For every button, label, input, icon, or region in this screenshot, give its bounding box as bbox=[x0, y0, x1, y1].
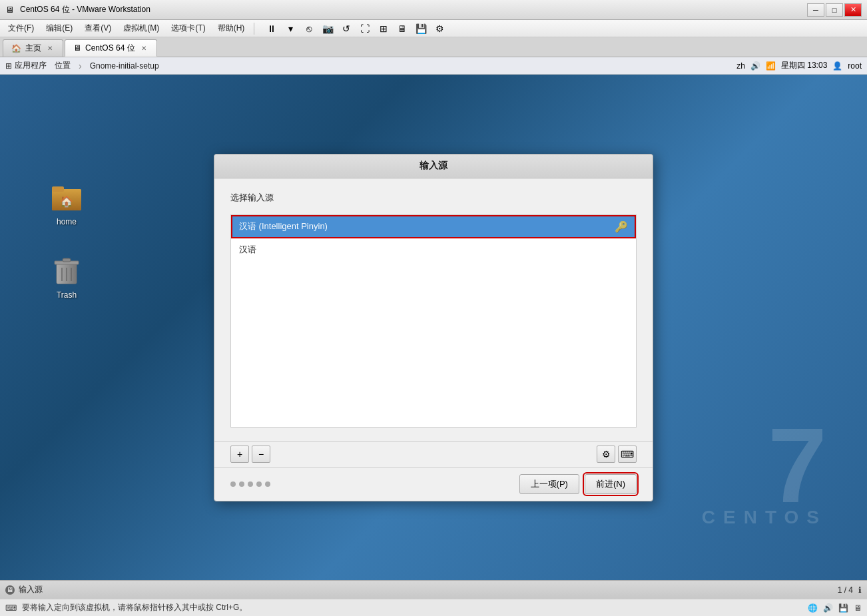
status-bar: 🖥 输入源 1 / 4 ℹ bbox=[0, 580, 867, 599]
title-bar: 🖥 CentOS 64 位 - VMware Workstation ─ □ ✕ bbox=[0, 0, 867, 20]
network-status-icon: 🌐 bbox=[808, 603, 818, 613]
add-input-button[interactable]: + bbox=[230, 446, 249, 463]
vmware-icon: 🖥 bbox=[5, 5, 16, 15]
guest-apps[interactable]: ⊞ 应用程序 bbox=[5, 60, 47, 71]
status-left: 🖥 输入源 bbox=[5, 584, 43, 595]
guest-places[interactable]: 位置 bbox=[55, 60, 71, 71]
home-icon: 🏠 bbox=[11, 44, 21, 53]
tab-home-close[interactable]: ✕ bbox=[45, 44, 55, 53]
bottom-message: 要将输入定向到该虚拟机，请将鼠标指针移入其中或按 Ctrl+G。 bbox=[22, 602, 247, 613]
vmware-window: 🖥 CentOS 64 位 - VMware Workstation ─ □ ✕… bbox=[0, 0, 867, 616]
menu-vm[interactable]: 虚拟机(M) bbox=[118, 21, 164, 35]
menu-tab[interactable]: 选项卡(T) bbox=[166, 21, 210, 35]
bottom-bar: ⌨ 要将输入定向到该虚拟机，请将鼠标指针移入其中或按 Ctrl+G。 🌐 🔊 💾… bbox=[0, 599, 867, 616]
network-icon: 📶 bbox=[766, 61, 776, 71]
menu-view[interactable]: 查看(V) bbox=[79, 21, 117, 35]
keyboard-icon: ⌨ bbox=[5, 603, 17, 613]
tab-home-label: 主页 bbox=[25, 43, 41, 54]
bottom-bar-right: 🌐 🔊 💾 🖥 bbox=[808, 603, 862, 613]
pinyin-label: 汉语 (Intelligent Pinyin) bbox=[239, 220, 328, 232]
fullscreen[interactable]: ⛶ bbox=[357, 21, 373, 36]
dot-5 bbox=[265, 481, 270, 487]
menu-edit[interactable]: 编辑(E) bbox=[41, 21, 78, 35]
devices[interactable]: 💾 bbox=[413, 21, 429, 36]
unity[interactable]: ⊞ bbox=[376, 21, 392, 36]
send-ctrl-alt-del[interactable]: ⎋ bbox=[301, 21, 317, 36]
keyboard-button[interactable]: ⌨ bbox=[618, 446, 637, 463]
menu-bar: 文件(F) 编辑(E) 查看(V) 虚拟机(M) 选项卡(T) 帮助(H) ⏸ … bbox=[0, 20, 867, 37]
dot-2 bbox=[239, 481, 244, 487]
toolbar-right: ⚙ ⌨ bbox=[597, 446, 637, 463]
apps-label: 应用程序 bbox=[15, 60, 47, 71]
settings-button[interactable]: ⚙ bbox=[597, 446, 615, 463]
dot-4 bbox=[256, 481, 262, 487]
info-icon[interactable]: ℹ bbox=[858, 585, 862, 595]
status-label: 输入源 bbox=[19, 584, 43, 595]
pinyin-icon: 🔑 bbox=[615, 220, 628, 233]
input-source-dialog: 输入源 选择输入源 汉语 (Intelligent Pinyin) 🔑 汉语 bbox=[214, 154, 653, 501]
tab-centos[interactable]: 🖥 CentOS 64 位 ✕ bbox=[65, 39, 157, 57]
minimize-button[interactable]: ─ bbox=[807, 3, 824, 17]
apps-icon: ⊞ bbox=[5, 61, 12, 71]
pause-button[interactable]: ⏸ bbox=[264, 21, 280, 36]
user-icon: 👤 bbox=[832, 61, 842, 71]
dialog-body: 选择输入源 汉语 (Intelligent Pinyin) 🔑 汉语 bbox=[214, 178, 653, 441]
vm-icon: 🖥 bbox=[73, 43, 81, 53]
desktop: 7 CENTOS 🏠 home bbox=[0, 75, 867, 580]
menu-help[interactable]: 帮助(H) bbox=[212, 21, 250, 35]
prefs[interactable]: ⚙ bbox=[432, 21, 447, 36]
usb-icon: 💾 bbox=[838, 603, 848, 613]
places-label: 位置 bbox=[55, 60, 71, 71]
pause-dropdown[interactable]: ▾ bbox=[282, 21, 298, 36]
input-source-list: 汉语 (Intelligent Pinyin) 🔑 汉语 bbox=[230, 214, 637, 428]
page-indicator bbox=[230, 481, 270, 487]
dialog-footer: 上一项(P) 前进(N) bbox=[214, 467, 653, 501]
dialog-overlay: 输入源 选择输入源 汉语 (Intelligent Pinyin) 🔑 汉语 bbox=[0, 75, 867, 580]
username: root bbox=[848, 61, 862, 71]
display-status-icon: 🖥 bbox=[854, 603, 862, 613]
tab-bar: 🏠 主页 ✕ 🖥 CentOS 64 位 ✕ bbox=[0, 37, 867, 57]
guest-bar: ⊞ 应用程序 位置 › Gnome-initial-setup zh 🔊 📶 星… bbox=[0, 57, 867, 75]
breadcrumb-separator: › bbox=[79, 61, 82, 71]
page-count: 1 / 4 bbox=[838, 585, 853, 595]
snapshot[interactable]: 📷 bbox=[320, 21, 336, 36]
setup-label: Gnome-initial-setup bbox=[90, 61, 159, 71]
toolbar: ⏸ ▾ ⎋ 📷 ↺ ⛶ ⊞ 🖥 💾 ⚙ bbox=[264, 21, 447, 36]
status-right: 1 / 4 ℹ bbox=[838, 585, 862, 595]
close-button[interactable]: ✕ bbox=[844, 3, 862, 17]
guest-bar-right: zh 🔊 📶 星期四 13:03 👤 root bbox=[736, 60, 862, 71]
language-indicator: zh bbox=[736, 61, 745, 71]
dot-3 bbox=[248, 481, 253, 487]
menu-separator bbox=[254, 23, 254, 35]
dialog-title-bar: 输入源 bbox=[214, 154, 653, 178]
dialog-toolbar: + − ⚙ ⌨ bbox=[214, 441, 653, 467]
tab-centos-close[interactable]: ✕ bbox=[139, 43, 148, 53]
dialog-title: 输入源 bbox=[420, 160, 447, 172]
window-title: CentOS 64 位 - VMware Workstation bbox=[20, 4, 807, 15]
window-controls: ─ □ ✕ bbox=[807, 3, 862, 17]
input-item-pinyin[interactable]: 汉语 (Intelligent Pinyin) 🔑 bbox=[231, 215, 636, 238]
sound-status-icon: 🔊 bbox=[823, 603, 833, 613]
guest-setup[interactable]: Gnome-initial-setup bbox=[90, 61, 159, 71]
remove-input-button[interactable]: − bbox=[252, 446, 270, 463]
revert[interactable]: ↺ bbox=[338, 21, 354, 36]
dialog-section-title: 选择输入源 bbox=[230, 192, 637, 204]
dot-1 bbox=[230, 481, 236, 487]
prev-button[interactable]: 上一项(P) bbox=[519, 474, 579, 494]
clock: 星期四 13:03 bbox=[781, 60, 827, 71]
display[interactable]: 🖥 bbox=[394, 21, 410, 36]
input-item-chinese[interactable]: 汉语 bbox=[231, 238, 636, 261]
menu-file[interactable]: 文件(F) bbox=[3, 21, 39, 35]
status-icon: 🖥 bbox=[5, 585, 15, 595]
footer-buttons: 上一项(P) 前进(N) bbox=[519, 474, 637, 494]
tab-centos-label: CentOS 64 位 bbox=[85, 43, 135, 54]
tab-home[interactable]: 🏠 主页 ✕ bbox=[3, 39, 63, 57]
volume-icon: 🔊 bbox=[750, 61, 760, 71]
chinese-label: 汉语 bbox=[239, 244, 256, 256]
restore-button[interactable]: □ bbox=[826, 3, 843, 17]
next-button[interactable]: 前进(N) bbox=[585, 474, 637, 494]
